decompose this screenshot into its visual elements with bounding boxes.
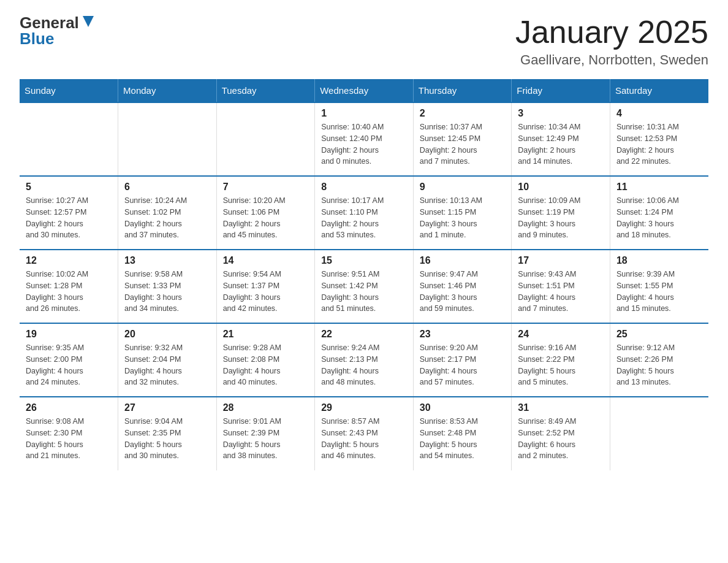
day-info: Sunrise: 10:20 AMSunset: 1:06 PMDaylight… (223, 195, 309, 241)
month-title: January 2025 (515, 15, 708, 50)
calendar-day-cell: 15Sunrise: 9:51 AMSunset: 1:42 PMDayligh… (315, 250, 414, 323)
logo-triangle-icon (83, 16, 94, 27)
col-monday: Monday (118, 79, 217, 102)
day-number: 15 (321, 255, 407, 266)
calendar-week-row: 19Sunrise: 9:35 AMSunset: 2:00 PMDayligh… (20, 323, 708, 397)
calendar-day-cell: 9Sunrise: 10:13 AMSunset: 1:15 PMDayligh… (413, 176, 512, 250)
day-info: Sunrise: 10:02 AMSunset: 1:28 PMDaylight… (26, 269, 112, 315)
day-info: Sunrise: 9:08 AMSunset: 2:30 PMDaylight:… (26, 416, 112, 462)
calendar-day-cell: 20Sunrise: 9:32 AMSunset: 2:04 PMDayligh… (118, 323, 217, 397)
col-tuesday: Tuesday (216, 79, 315, 102)
calendar-day-cell: 12Sunrise: 10:02 AMSunset: 1:28 PMDaylig… (20, 250, 118, 323)
day-number: 2 (420, 108, 506, 119)
day-number: 8 (321, 182, 407, 193)
day-number: 28 (223, 402, 309, 413)
calendar-table: Sunday Monday Tuesday Wednesday Thursday… (20, 79, 708, 470)
calendar-day-cell: 14Sunrise: 9:54 AMSunset: 1:37 PMDayligh… (216, 250, 315, 323)
calendar-day-cell: 13Sunrise: 9:58 AMSunset: 1:33 PMDayligh… (118, 250, 217, 323)
day-number: 22 (321, 329, 407, 340)
calendar-day-cell: 2Sunrise: 10:37 AMSunset: 12:45 PMDaylig… (413, 102, 512, 176)
calendar-day-cell: 27Sunrise: 9:04 AMSunset: 2:35 PMDayligh… (118, 397, 217, 470)
col-wednesday: Wednesday (315, 79, 414, 102)
day-info: Sunrise: 9:32 AMSunset: 2:04 PMDaylight:… (124, 342, 210, 388)
col-friday: Friday (512, 79, 610, 102)
day-number: 14 (223, 255, 309, 266)
day-number: 23 (420, 329, 506, 340)
day-number: 5 (26, 182, 112, 193)
day-number: 12 (26, 255, 112, 266)
day-number: 20 (124, 329, 210, 340)
day-info: Sunrise: 9:01 AMSunset: 2:39 PMDaylight:… (223, 416, 309, 462)
calendar-day-cell: 6Sunrise: 10:24 AMSunset: 1:02 PMDayligh… (118, 176, 217, 250)
day-number: 4 (616, 108, 702, 119)
day-info: Sunrise: 9:43 AMSunset: 1:51 PMDaylight:… (518, 269, 604, 315)
logo: General Blue (20, 15, 94, 47)
day-number: 6 (124, 182, 210, 193)
day-number: 3 (518, 108, 604, 119)
day-number: 26 (26, 402, 112, 413)
day-info: Sunrise: 10:06 AMSunset: 1:24 PMDaylight… (616, 195, 702, 241)
location-title: Gaellivare, Norrbotten, Sweden (515, 52, 708, 68)
day-number: 1 (321, 108, 407, 119)
day-number: 11 (616, 182, 702, 193)
calendar-day-cell: 24Sunrise: 9:16 AMSunset: 2:22 PMDayligh… (512, 323, 610, 397)
day-info: Sunrise: 9:54 AMSunset: 1:37 PMDaylight:… (223, 269, 309, 315)
day-info: Sunrise: 9:24 AMSunset: 2:13 PMDaylight:… (321, 342, 407, 388)
calendar-day-cell: 4Sunrise: 10:31 AMSunset: 12:53 PMDaylig… (610, 102, 708, 176)
calendar-day-cell: 28Sunrise: 9:01 AMSunset: 2:39 PMDayligh… (216, 397, 315, 470)
calendar-day-cell (118, 102, 217, 176)
day-info: Sunrise: 10:27 AMSunset: 12:57 PMDayligh… (26, 195, 112, 241)
calendar-day-cell: 18Sunrise: 9:39 AMSunset: 1:55 PMDayligh… (610, 250, 708, 323)
day-number: 21 (223, 329, 309, 340)
day-number: 31 (518, 402, 604, 413)
col-saturday: Saturday (610, 79, 708, 102)
calendar-week-row: 12Sunrise: 10:02 AMSunset: 1:28 PMDaylig… (20, 250, 708, 323)
day-number: 18 (616, 255, 702, 266)
col-thursday: Thursday (413, 79, 512, 102)
day-info: Sunrise: 10:34 AMSunset: 12:49 PMDayligh… (518, 121, 604, 167)
day-info: Sunrise: 9:35 AMSunset: 2:00 PMDaylight:… (26, 342, 112, 388)
day-info: Sunrise: 9:04 AMSunset: 2:35 PMDaylight:… (124, 416, 210, 462)
calendar-day-cell (20, 102, 118, 176)
day-info: Sunrise: 10:09 AMSunset: 1:19 PMDaylight… (518, 195, 604, 241)
calendar-day-cell: 19Sunrise: 9:35 AMSunset: 2:00 PMDayligh… (20, 323, 118, 397)
calendar-week-row: 26Sunrise: 9:08 AMSunset: 2:30 PMDayligh… (20, 397, 708, 470)
day-number: 10 (518, 182, 604, 193)
day-info: Sunrise: 10:17 AMSunset: 1:10 PMDaylight… (321, 195, 407, 241)
day-info: Sunrise: 8:49 AMSunset: 2:52 PMDaylight:… (518, 416, 604, 462)
day-info: Sunrise: 8:53 AMSunset: 2:48 PMDaylight:… (420, 416, 506, 462)
day-info: Sunrise: 9:28 AMSunset: 2:08 PMDaylight:… (223, 342, 309, 388)
calendar-day-cell: 1Sunrise: 10:40 AMSunset: 12:40 PMDaylig… (315, 102, 414, 176)
day-info: Sunrise: 9:47 AMSunset: 1:46 PMDaylight:… (420, 269, 506, 315)
day-info: Sunrise: 9:39 AMSunset: 1:55 PMDaylight:… (616, 269, 702, 315)
calendar-day-cell: 25Sunrise: 9:12 AMSunset: 2:26 PMDayligh… (610, 323, 708, 397)
day-number: 30 (420, 402, 506, 413)
calendar-day-cell: 22Sunrise: 9:24 AMSunset: 2:13 PMDayligh… (315, 323, 414, 397)
day-number: 9 (420, 182, 506, 193)
day-number: 27 (124, 402, 210, 413)
calendar-day-cell: 7Sunrise: 10:20 AMSunset: 1:06 PMDayligh… (216, 176, 315, 250)
day-info: Sunrise: 10:31 AMSunset: 12:53 PMDayligh… (616, 121, 702, 167)
day-number: 25 (616, 329, 702, 340)
day-info: Sunrise: 9:51 AMSunset: 1:42 PMDaylight:… (321, 269, 407, 315)
day-number: 24 (518, 329, 604, 340)
day-info: Sunrise: 9:16 AMSunset: 2:22 PMDaylight:… (518, 342, 604, 388)
header: General Blue January 2025 Gaellivare, No… (20, 15, 708, 68)
calendar-day-cell: 23Sunrise: 9:20 AMSunset: 2:17 PMDayligh… (413, 323, 512, 397)
calendar-header-row: Sunday Monday Tuesday Wednesday Thursday… (20, 79, 708, 102)
calendar-week-row: 5Sunrise: 10:27 AMSunset: 12:57 PMDaylig… (20, 176, 708, 250)
calendar-day-cell: 11Sunrise: 10:06 AMSunset: 1:24 PMDaylig… (610, 176, 708, 250)
calendar-day-cell: 31Sunrise: 8:49 AMSunset: 2:52 PMDayligh… (512, 397, 610, 470)
calendar-day-cell: 29Sunrise: 8:57 AMSunset: 2:43 PMDayligh… (315, 397, 414, 470)
col-sunday: Sunday (20, 79, 118, 102)
day-number: 19 (26, 329, 112, 340)
day-info: Sunrise: 9:20 AMSunset: 2:17 PMDaylight:… (420, 342, 506, 388)
svg-marker-0 (83, 16, 94, 27)
day-number: 29 (321, 402, 407, 413)
calendar-day-cell: 10Sunrise: 10:09 AMSunset: 1:19 PMDaylig… (512, 176, 610, 250)
calendar-week-row: 1Sunrise: 10:40 AMSunset: 12:40 PMDaylig… (20, 102, 708, 176)
day-number: 16 (420, 255, 506, 266)
calendar-day-cell: 16Sunrise: 9:47 AMSunset: 1:46 PMDayligh… (413, 250, 512, 323)
calendar-day-cell: 5Sunrise: 10:27 AMSunset: 12:57 PMDaylig… (20, 176, 118, 250)
calendar-day-cell (610, 397, 708, 470)
